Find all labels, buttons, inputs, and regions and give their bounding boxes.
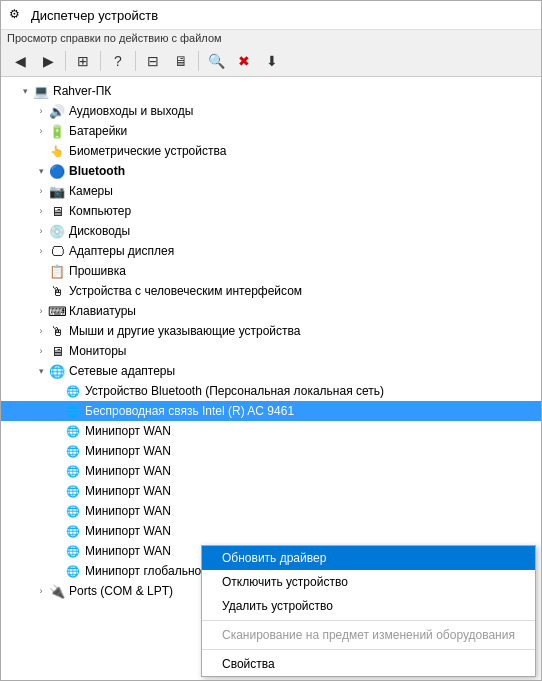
tree-item-camera[interactable]: › 📷 Камеры <box>1 181 541 201</box>
help-button[interactable]: ? <box>105 49 131 73</box>
back-button[interactable]: ◀ <box>7 49 33 73</box>
tree-item-mouse[interactable]: › 🖱 Мыши и другие указывающие устройства <box>1 321 541 341</box>
net3-icon: 🌐 <box>65 423 81 439</box>
net8-label: Минипорт WAN <box>85 524 171 538</box>
hid-icon: 🖱 <box>49 283 65 299</box>
remove-button[interactable]: ✖ <box>231 49 257 73</box>
tree-item-network[interactable]: ▾ 🌐 Сетевые адаптеры <box>1 361 541 381</box>
net6-label: Минипорт WAN <box>85 484 171 498</box>
network-label: Сетевые адаптеры <box>69 364 175 378</box>
expander-firmware[interactable] <box>33 263 49 279</box>
tree-item-biometric[interactable]: 👆 Биометрические устройства <box>1 141 541 161</box>
tree-item-bluetooth[interactable]: ▾ 🔵 Bluetooth <box>1 161 541 181</box>
expander-bluetooth[interactable]: ▾ <box>33 163 49 179</box>
expander-battery[interactable]: › <box>33 123 49 139</box>
monitor-button[interactable]: 🖥 <box>168 49 194 73</box>
keyboard-icon: ⌨ <box>49 303 65 319</box>
tree-item-monitor[interactable]: › 🖥 Мониторы <box>1 341 541 361</box>
tree-item-net3[interactable]: 🌐 Минипорт WAN <box>1 421 541 441</box>
tree-item-battery[interactable]: › 🔋 Батарейки <box>1 121 541 141</box>
expander-camera[interactable]: › <box>33 183 49 199</box>
expander-net2 <box>49 403 65 419</box>
context-menu-properties[interactable]: Свойства <box>202 652 535 676</box>
tree-item-hid[interactable]: 🖱 Устройства с человеческим интерфейсом <box>1 281 541 301</box>
expander-hid[interactable] <box>33 283 49 299</box>
tree-item-computer[interactable]: › 🖥 Компьютер <box>1 201 541 221</box>
expander-monitor[interactable]: › <box>33 343 49 359</box>
toolbar-separator-2 <box>100 51 101 71</box>
update-button[interactable]: ⬇ <box>259 49 285 73</box>
monitor-icon: 🖥 <box>49 343 65 359</box>
tree-item-audio[interactable]: › 🔊 Аудиовходы и выходы <box>1 101 541 121</box>
context-menu: Обновить драйвер Отключить устройство Уд… <box>201 545 536 677</box>
bluetooth-icon: 🔵 <box>49 163 65 179</box>
forward-button[interactable]: ▶ <box>35 49 61 73</box>
net5-label: Минипорт WAN <box>85 464 171 478</box>
toolbar-separator-3 <box>135 51 136 71</box>
tree-item-net2[interactable]: 🌐 Беспроводная связь Intel (R) AC 9461 <box>1 401 541 421</box>
expander-mouse[interactable]: › <box>33 323 49 339</box>
firmware-icon: 📋 <box>49 263 65 279</box>
biometric-label: Биометрические устройства <box>69 144 226 158</box>
view-grid-button[interactable]: ⊞ <box>70 49 96 73</box>
tree-item-display[interactable]: › 🖵 Адаптеры дисплея <box>1 241 541 261</box>
net4-icon: 🌐 <box>65 443 81 459</box>
expander-audio[interactable]: › <box>33 103 49 119</box>
tree-item-firmware[interactable]: 📋 Прошивка <box>1 261 541 281</box>
context-menu-uninstall[interactable]: Удалить устройство <box>202 594 535 618</box>
tree-item-net4[interactable]: 🌐 Минипорт WAN <box>1 441 541 461</box>
context-menu-disable[interactable]: Отключить устройство <box>202 570 535 594</box>
search-button[interactable]: 🔍 <box>203 49 229 73</box>
tree-item-net7[interactable]: 🌐 Минипорт WAN <box>1 501 541 521</box>
expander-disk[interactable]: › <box>33 223 49 239</box>
net1-icon: 🌐 <box>65 383 81 399</box>
tree-item-disk[interactable]: › 💿 Дисководы <box>1 221 541 241</box>
tree-item-net6[interactable]: 🌐 Минипорт WAN <box>1 481 541 501</box>
net9-label: Минипорт WAN <box>85 544 171 558</box>
tree-item-root[interactable]: ▾ 💻 Rahver-ПК <box>1 81 541 101</box>
device-tree: ▾ 💻 Rahver-ПК › 🔊 Аудиовходы и выходы › … <box>1 77 541 605</box>
expander-root[interactable]: ▾ <box>17 83 33 99</box>
title-icon: ⚙ <box>9 7 25 23</box>
context-menu-update[interactable]: Обновить драйвер <box>202 546 535 570</box>
monitor-label: Мониторы <box>69 344 126 358</box>
net4-label: Минипорт WAN <box>85 444 171 458</box>
view-list-button[interactable]: ⊟ <box>140 49 166 73</box>
net10-icon: 🌐 <box>65 563 81 579</box>
context-menu-sep2 <box>202 649 535 650</box>
computer-label: Компьютер <box>69 204 131 218</box>
net5-icon: 🌐 <box>65 463 81 479</box>
menu-text: Просмотр справки по действию с файлом <box>7 32 222 44</box>
audio-icon: 🔊 <box>49 103 65 119</box>
keyboard-label: Клавиатуры <box>69 304 136 318</box>
ports-icon: 🔌 <box>49 583 65 599</box>
firmware-label: Прошивка <box>69 264 126 278</box>
display-label: Адаптеры дисплея <box>69 244 174 258</box>
battery-icon: 🔋 <box>49 123 65 139</box>
expander-network[interactable]: ▾ <box>33 363 49 379</box>
mouse-icon: 🖱 <box>49 323 65 339</box>
battery-label: Батарейки <box>69 124 127 138</box>
tree-item-net5[interactable]: 🌐 Минипорт WAN <box>1 461 541 481</box>
context-menu-scan: Сканирование на предмет изменений оборуд… <box>202 623 535 647</box>
tree-item-net1[interactable]: 🌐 Устройство Bluetooth (Персональная лок… <box>1 381 541 401</box>
net2-icon: 🌐 <box>65 403 81 419</box>
network-icon: 🌐 <box>49 363 65 379</box>
mouse-label: Мыши и другие указывающие устройства <box>69 324 300 338</box>
expander-computer[interactable]: › <box>33 203 49 219</box>
root-label: Rahver-ПК <box>53 84 111 98</box>
expander-biometric[interactable] <box>33 143 49 159</box>
computer-icon: 🖥 <box>49 203 65 219</box>
tree-item-net8[interactable]: 🌐 Минипорт WAN <box>1 521 541 541</box>
tree-item-keyboard[interactable]: › ⌨ Клавиатуры <box>1 301 541 321</box>
net1-label: Устройство Bluetooth (Персональная локал… <box>85 384 384 398</box>
root-icon: 💻 <box>33 83 49 99</box>
expander-ports[interactable]: › <box>33 583 49 599</box>
menu-bar[interactable]: Просмотр справки по действию с файлом <box>1 30 541 46</box>
display-icon: 🖵 <box>49 243 65 259</box>
biometric-icon: 👆 <box>49 143 65 159</box>
expander-display[interactable]: › <box>33 243 49 259</box>
context-menu-sep1 <box>202 620 535 621</box>
window-title: Диспетчер устройств <box>31 8 158 23</box>
device-manager-window: ⚙ Диспетчер устройств Просмотр справки п… <box>0 0 542 681</box>
